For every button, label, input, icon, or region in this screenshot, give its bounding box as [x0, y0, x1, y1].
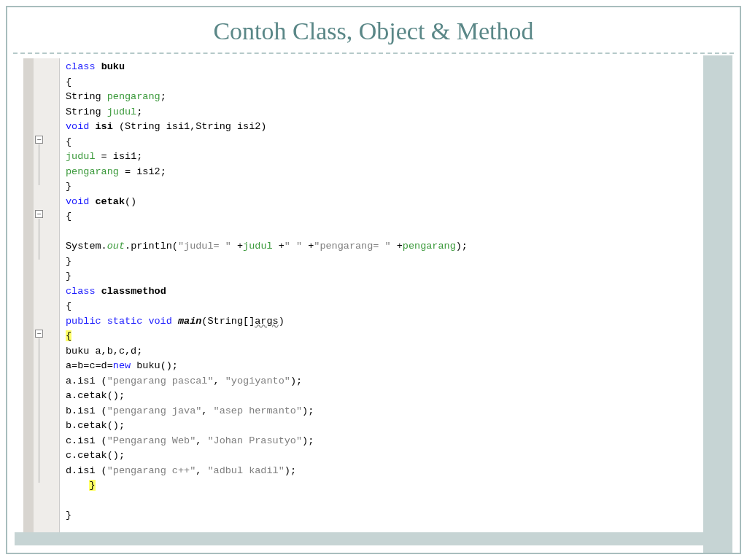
fold-toggle[interactable]: − — [35, 330, 43, 338]
code-area: class buku { String pengarang; String ju… — [60, 58, 712, 532]
accent-right — [703, 55, 732, 553]
fold-toggle[interactable]: − — [35, 210, 43, 218]
slide-title: Contoh Class, Object & Method — [7, 7, 740, 51]
divider-top — [13, 52, 734, 54]
content-area: − − − class buku { String pengarang; Str… — [7, 52, 740, 532]
accent-bottom — [15, 532, 703, 545]
fold-toggle[interactable]: − — [35, 136, 43, 144]
code-editor: − − − class buku { String pengarang; Str… — [23, 58, 712, 532]
editor-gutter: − − − — [23, 58, 60, 532]
slide-frame: Contoh Class, Object & Method − − − clas… — [6, 6, 741, 554]
